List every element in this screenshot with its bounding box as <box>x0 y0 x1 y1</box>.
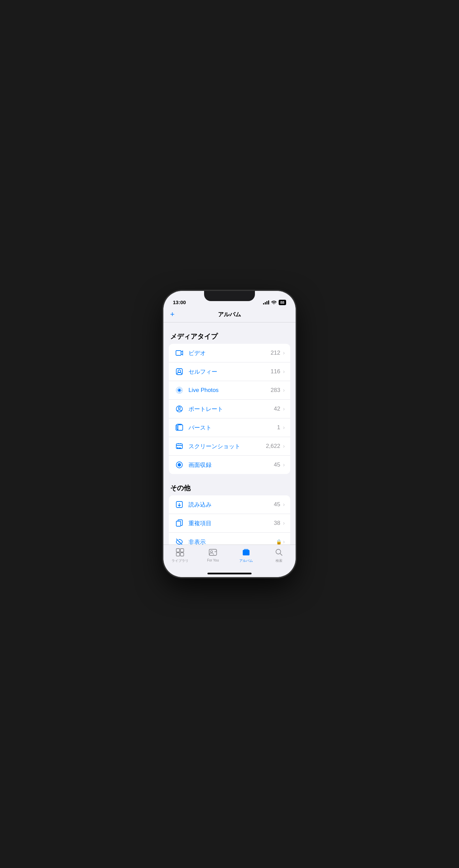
portrait-icon <box>174 404 184 414</box>
for-you-tab-icon <box>208 548 218 557</box>
add-album-button[interactable]: + <box>170 310 200 319</box>
selfie-count: 116 <box>271 368 280 375</box>
svg-rect-15 <box>176 521 181 526</box>
other-title: その他 <box>163 484 296 495</box>
status-icons: 88 <box>263 300 286 305</box>
album-tab-icon <box>241 548 251 557</box>
video-count: 212 <box>271 350 280 356</box>
screen-record-label: 画面収録 <box>188 461 274 469</box>
hidden-lock-icon: 🔒 <box>276 539 282 545</box>
svg-point-11 <box>177 448 178 448</box>
svg-point-25 <box>276 549 281 554</box>
screenshot-count: 2,622 <box>266 443 280 450</box>
selfie-label: セルフィー <box>188 368 271 376</box>
svg-rect-20 <box>209 549 217 555</box>
svg-rect-24 <box>243 550 250 555</box>
main-content: メディアタイプ ビデオ 212 › <box>163 322 296 545</box>
tab-library[interactable]: ライブラリ <box>163 548 197 563</box>
duplicate-count: 38 <box>274 520 280 527</box>
battery-icon: 88 <box>279 300 286 305</box>
list-item[interactable]: Live Photos 283 › <box>169 381 290 400</box>
duplicate-label: 重複項目 <box>188 519 274 527</box>
svg-point-13 <box>178 463 181 466</box>
list-item[interactable]: 読み込み 45 › <box>169 495 290 514</box>
media-types-title: メディアタイプ <box>163 332 296 344</box>
wifi-icon <box>271 300 277 305</box>
video-icon <box>174 348 184 358</box>
tab-search[interactable]: 検索 <box>263 548 296 563</box>
search-tab-label: 検索 <box>276 558 282 563</box>
import-label: 読み込み <box>188 501 274 509</box>
hidden-icon <box>174 537 184 545</box>
burst-icon <box>174 422 184 433</box>
svg-rect-16 <box>176 549 180 552</box>
status-time: 13:00 <box>173 299 186 305</box>
live-photos-count: 283 <box>271 387 280 394</box>
list-item[interactable]: セルフィー 116 › <box>169 362 290 381</box>
burst-label: バースト <box>188 424 277 432</box>
list-item[interactable]: 重複項目 38 › <box>169 514 290 533</box>
import-count: 45 <box>274 501 280 508</box>
live-photos-icon <box>174 385 184 395</box>
list-item[interactable]: 非表示 🔒 › <box>169 533 290 545</box>
svg-rect-19 <box>180 553 184 556</box>
svg-rect-17 <box>180 549 184 552</box>
home-indicator <box>207 573 252 574</box>
hidden-label: 非表示 <box>188 538 276 545</box>
video-label: ビデオ <box>188 349 271 357</box>
page-title: アルバム <box>200 311 259 318</box>
screenshot-label: スクリーンショット <box>188 442 266 450</box>
other-list: 読み込み 45 › 重複項目 38 <box>169 495 290 545</box>
library-tab-label: ライブラリ <box>172 558 188 563</box>
tab-bar: ライブラリ For You <box>163 545 296 570</box>
navigation-bar: + アルバム <box>163 307 296 322</box>
signal-icon <box>263 300 269 304</box>
list-item[interactable]: バースト 1 › <box>169 418 290 437</box>
album-tab-label: アルバム <box>239 558 253 563</box>
portrait-count: 42 <box>274 406 280 412</box>
other-section: その他 読み込み 45 › <box>163 484 296 545</box>
media-types-section: メディアタイプ ビデオ 212 › <box>163 332 296 474</box>
screenshot-icon <box>174 441 184 451</box>
screen-record-icon <box>174 460 184 470</box>
burst-count: 1 <box>277 424 280 431</box>
media-types-list: ビデオ 212 › セルフィー <box>169 344 290 474</box>
search-tab-icon <box>274 548 284 557</box>
tab-album[interactable]: アルバム <box>230 548 263 563</box>
for-you-tab-label: For You <box>207 558 219 562</box>
duplicate-icon <box>174 518 184 528</box>
live-photos-label: Live Photos <box>188 387 271 394</box>
svg-rect-18 <box>176 553 180 556</box>
library-tab-icon <box>175 548 185 557</box>
list-item[interactable]: 画面収録 45 › <box>169 456 290 474</box>
svg-point-21 <box>211 551 213 553</box>
battery-level: 88 <box>280 300 284 304</box>
selfie-icon <box>174 367 184 377</box>
list-item[interactable]: ポートレート 42 › <box>169 400 290 418</box>
tab-for-you[interactable]: For You <box>197 548 230 562</box>
list-item[interactable]: スクリーンショット 2,622 › <box>169 437 290 456</box>
list-item[interactable]: ビデオ 212 › <box>169 344 290 362</box>
svg-rect-0 <box>176 351 181 355</box>
portrait-label: ポートレート <box>188 405 274 413</box>
import-icon <box>174 499 184 510</box>
svg-point-3 <box>178 389 180 391</box>
svg-rect-9 <box>178 425 183 430</box>
screen-record-count: 45 <box>274 461 280 468</box>
